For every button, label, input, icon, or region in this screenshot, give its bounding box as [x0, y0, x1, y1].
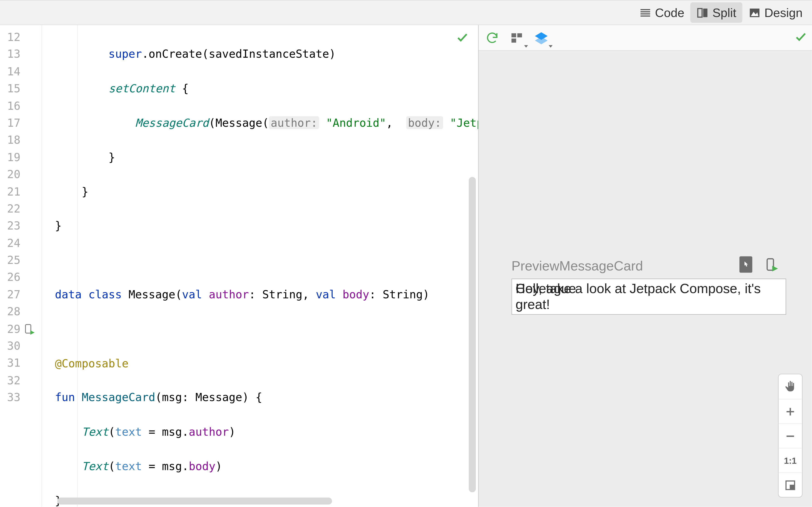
t: MessageCard [135, 116, 209, 129]
run-gutter-icon[interactable] [23, 323, 36, 340]
svg-rect-4 [698, 8, 702, 17]
view-design-label: Design [764, 6, 803, 20]
svg-rect-5 [703, 8, 707, 17]
t: "Android" [326, 116, 386, 129]
line-number: 32 [0, 372, 38, 389]
line-number: 16 [0, 97, 38, 115]
view-split-label: Split [712, 6, 736, 20]
t: Text [82, 425, 108, 438]
code-editor[interactable]: 12 13 14 15 16 17 18 19 20 21 22 23 24 2… [0, 25, 478, 507]
t [202, 288, 209, 301]
image-icon [748, 6, 761, 19]
t: @Composable [55, 356, 129, 370]
t: "Jetpack Co [450, 116, 478, 129]
line-number: 20 [0, 166, 38, 183]
line-number: 14 [0, 63, 38, 80]
svg-rect-11 [517, 33, 522, 37]
view-split-button[interactable]: Split [690, 2, 742, 23]
deploy-preview-icon[interactable] [763, 257, 780, 274]
line-number: 29 [0, 320, 38, 337]
line-number: 22 [0, 200, 38, 218]
svg-rect-12 [512, 38, 516, 42]
zoom-out-button[interactable] [779, 424, 802, 448]
t: body [189, 459, 215, 472]
view-code-button[interactable]: Code [633, 2, 690, 23]
t: = msg. [142, 459, 189, 472]
preview-action-icons [740, 257, 780, 274]
inspection-ok-icon[interactable] [456, 31, 469, 46]
zoom-11-label: 1:1 [784, 455, 797, 465]
preview-toolbar [479, 25, 812, 51]
svg-rect-8 [26, 324, 31, 333]
svg-marker-18 [772, 266, 778, 271]
t: } [108, 151, 115, 163]
zoom-fit-button[interactable] [779, 472, 802, 497]
preview-text-author: Colleague [516, 281, 576, 297]
t [319, 116, 326, 129]
t: ) [215, 459, 222, 472]
preview-panel: PreviewMessageCard Colleague Hey, take a… [478, 25, 812, 507]
t: text [115, 459, 142, 472]
surface-selector-button[interactable] [508, 29, 525, 46]
chevron-down-icon [523, 43, 529, 49]
zoom-actual-button[interactable]: 1:1 [779, 448, 802, 472]
split-icon [696, 6, 709, 19]
t: } [82, 185, 89, 198]
preview-ok-icon[interactable] [794, 30, 807, 45]
line-number: 17 [0, 115, 38, 132]
line-number: 15 [0, 80, 38, 97]
svg-marker-16 [549, 45, 553, 47]
line-number: 26 [0, 269, 38, 286]
svg-marker-13 [524, 45, 528, 47]
svg-rect-23 [790, 485, 794, 489]
t: } [55, 219, 62, 232]
t: Message( [122, 288, 182, 301]
t: .onCreate(savedInstanceState) [142, 48, 336, 60]
line-number: 21 [0, 183, 38, 200]
t: super [108, 48, 142, 60]
t: val [182, 288, 202, 301]
line-number: 28 [0, 303, 38, 321]
preview-render: Colleague Hey, take a look at Jetpack Co… [512, 279, 786, 315]
gutter: 12 13 14 15 16 17 18 19 20 21 22 23 24 2… [0, 25, 42, 507]
line-number: 18 [0, 131, 38, 149]
t: setContent [108, 82, 175, 95]
t: (msg: Message) { [155, 391, 262, 404]
t: (Message( [209, 116, 269, 129]
t: val [316, 288, 336, 301]
chevron-down-icon [548, 43, 554, 49]
line-number: 27 [0, 286, 38, 303]
editor-vertical-scrollbar[interactable] [469, 177, 476, 492]
preview-composable-name: PreviewMessageCard [512, 258, 643, 274]
preview-canvas[interactable]: PreviewMessageCard Colleague Hey, take a… [479, 51, 812, 507]
t [443, 116, 450, 129]
interactive-preview-icon[interactable] [740, 257, 752, 273]
t [75, 391, 82, 404]
line-number: 31 [0, 355, 38, 372]
t: data [55, 288, 82, 301]
t: text [115, 425, 142, 438]
t: MessageCard [82, 391, 155, 404]
layers-button[interactable] [532, 29, 550, 46]
zoom-in-button[interactable] [779, 399, 802, 423]
t: fun [55, 391, 75, 404]
t: body [343, 288, 369, 301]
param-hint: body: [406, 116, 443, 129]
line-number: 19 [0, 149, 38, 166]
t: { [175, 82, 189, 95]
t: ) [229, 425, 236, 438]
editor-horizontal-scrollbar[interactable] [57, 498, 332, 505]
pan-tool-button[interactable] [779, 374, 802, 399]
line-number: 25 [0, 252, 38, 269]
view-mode-toolbar: Code Split Design [0, 0, 812, 25]
view-design-button[interactable]: Design [742, 2, 809, 23]
refresh-preview-button[interactable] [484, 29, 501, 46]
main-area: 12 13 14 15 16 17 18 19 20 21 22 23 24 2… [0, 25, 812, 507]
t: = msg. [142, 425, 189, 438]
param-hint: author: [269, 116, 319, 129]
t: ( [108, 425, 115, 438]
ide-window: Code Split Design 12 13 14 15 16 17 18 1… [0, 0, 812, 507]
line-number: 23 [0, 218, 38, 235]
line-number: 13 [0, 46, 38, 63]
code-area[interactable]: super.onCreate(savedInstanceState) setCo… [42, 25, 478, 507]
